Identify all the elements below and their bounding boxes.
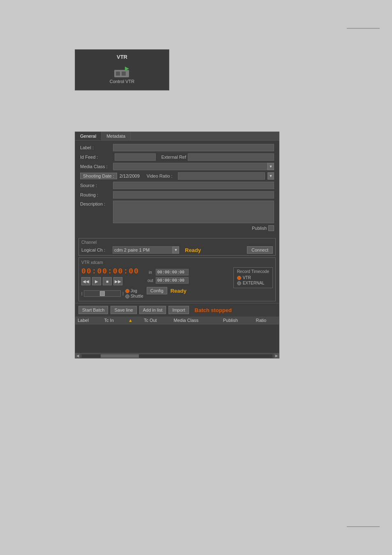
source-row: Source : xyxy=(80,182,274,189)
vtr-xdcam-section: VTR xdcam 00:00:00:00 ◀◀ ▶ ■ ▶▶ | | xyxy=(78,257,276,301)
main-panel: General Metadata Label : Id Feed : Exter… xyxy=(75,132,279,358)
shuttle-label: Shuttle xyxy=(131,294,143,298)
col-sort-arrow[interactable]: ▲ xyxy=(126,317,141,324)
vtr-timecode-display: 00:00:00:00 xyxy=(81,267,143,275)
out-timecode-input[interactable] xyxy=(156,277,189,284)
channel-ready-text: Ready xyxy=(185,247,201,253)
id-feed-input[interactable] xyxy=(115,153,156,161)
channel-section-title: Channel xyxy=(81,240,273,245)
col-media-class: Media Class xyxy=(171,317,221,324)
col-ratio: Ratio xyxy=(253,317,279,324)
play-button[interactable]: ▶ xyxy=(92,277,101,285)
scroll-left-arrow[interactable]: ◀ xyxy=(75,354,80,358)
channel-select-wrap: ▼ xyxy=(113,246,179,254)
vtr-left-controls: 00:00:00:00 ◀◀ ▶ ■ ▶▶ | | xyxy=(81,267,143,298)
jog-slider-row: | | Jog Shuttle xyxy=(81,289,143,298)
vtr-record-label: VTR xyxy=(243,275,251,280)
top-scrollbar xyxy=(347,28,380,29)
fast-forward-button[interactable]: ▶▶ xyxy=(113,277,122,285)
vtr-icon-panel: VTR Control VTR xyxy=(75,49,169,90)
jog-shuttle-col: Jog Shuttle xyxy=(125,289,143,298)
vtr-middle-controls: in out Config Ready xyxy=(147,267,189,294)
video-ratio-input[interactable] xyxy=(178,172,265,180)
vtr-record-radio[interactable] xyxy=(237,276,241,280)
vtr-ready-text: Ready xyxy=(171,288,187,294)
channel-select[interactable] xyxy=(113,246,173,254)
slider-right-tick: | xyxy=(122,291,123,296)
jog-radio[interactable] xyxy=(125,289,129,293)
label-field-label: Label : xyxy=(80,145,113,150)
publish-checkbox[interactable] xyxy=(268,225,274,231)
jog-slider-thumb xyxy=(100,291,105,296)
vtr-icon-wrap[interactable]: Control VTR xyxy=(110,64,135,84)
shooting-date-value: 2/12/2009 xyxy=(120,173,144,178)
id-feed-row: Id Feed : External Ref xyxy=(80,153,274,161)
media-class-input[interactable] xyxy=(113,163,267,170)
jog-slider-track[interactable] xyxy=(84,290,121,297)
media-class-row: Media Class : ▼ xyxy=(80,163,274,170)
vtr-icon-label[interactable]: Control VTR xyxy=(110,79,135,84)
external-ref-input[interactable] xyxy=(188,153,274,161)
bottom-scrollbar xyxy=(347,526,380,527)
media-class-dropdown-arrow[interactable]: ▼ xyxy=(267,163,274,170)
import-button[interactable]: Import xyxy=(168,306,189,314)
scroll-right-arrow[interactable]: ▶ xyxy=(274,354,279,358)
description-label: Description : xyxy=(80,201,113,206)
vtr-section-title: VTR xdcam xyxy=(81,260,273,265)
tab-bar: General Metadata xyxy=(75,132,279,141)
media-class-label: Media Class : xyxy=(80,164,113,169)
channel-dropdown-arrow[interactable]: ▼ xyxy=(173,246,179,254)
external-record-radio[interactable] xyxy=(237,281,241,285)
connect-button[interactable]: Connect xyxy=(247,246,273,254)
config-button[interactable]: Config xyxy=(147,287,167,294)
col-tc-in: Tc In xyxy=(102,317,126,324)
external-radio-row: EXTERNAL xyxy=(237,281,269,285)
shooting-date-button[interactable]: Shooting Date : xyxy=(80,173,117,179)
label-row: Label : xyxy=(80,144,274,151)
shuttle-radio-row: Shuttle xyxy=(125,294,143,298)
rewind-button[interactable]: ◀◀ xyxy=(81,277,90,285)
scroll-thumb[interactable] xyxy=(101,354,139,358)
label-input[interactable] xyxy=(113,144,274,151)
routing-label: Routing : xyxy=(80,192,113,197)
control-vtr-icon xyxy=(113,64,131,79)
table-row-empty xyxy=(75,324,279,353)
in-label: in xyxy=(147,270,154,275)
channel-section: Channel Logical Ch : ▼ Ready Connect xyxy=(78,238,276,256)
horizontal-scrollbar[interactable]: ◀ ▶ xyxy=(75,353,279,358)
add-in-list-button[interactable]: Add in list xyxy=(139,306,166,314)
batch-controls: Start Batch Save line Add in list Import… xyxy=(75,303,279,317)
out-label: out xyxy=(147,278,154,283)
in-row: in xyxy=(147,269,189,275)
inout-col: in out xyxy=(147,269,189,284)
batch-table: Label Tc In ▲ Tc Out Media Class Publish… xyxy=(75,317,279,353)
batch-table-body xyxy=(75,324,279,353)
video-ratio-label: Video Ratio : xyxy=(147,173,175,178)
source-input[interactable] xyxy=(113,182,274,189)
batch-table-container: Label Tc In ▲ Tc Out Media Class Publish… xyxy=(75,317,279,353)
video-ratio-dropdown-arrow[interactable]: ▼ xyxy=(267,172,274,180)
svg-rect-1 xyxy=(116,72,120,76)
vtr-main-row: 00:00:00:00 ◀◀ ▶ ■ ▶▶ | | xyxy=(81,267,273,298)
logical-ch-label: Logical Ch : xyxy=(81,247,110,252)
config-ready-row: Config Ready xyxy=(147,285,189,294)
tab-metadata[interactable]: Metadata xyxy=(101,132,131,140)
jog-radio-row: Jog xyxy=(125,289,143,293)
jog-label: Jog xyxy=(131,289,137,293)
source-label: Source : xyxy=(80,183,113,188)
in-timecode-input[interactable] xyxy=(156,269,189,275)
shuttle-radio[interactable] xyxy=(125,294,129,298)
start-batch-button[interactable]: Start Batch xyxy=(78,306,108,314)
tab-general[interactable]: General xyxy=(75,132,101,140)
save-line-button[interactable]: Save line xyxy=(111,306,136,314)
stop-button[interactable]: ■ xyxy=(103,277,112,285)
vtr-panel-title: VTR xyxy=(117,54,127,60)
col-label: Label xyxy=(75,317,102,324)
external-record-label: EXTERNAL xyxy=(243,281,265,285)
svg-rect-2 xyxy=(122,72,126,76)
slider-left-tick: | xyxy=(81,291,82,296)
description-textarea[interactable] xyxy=(113,201,274,223)
shooting-date-row: Shooting Date : 2/12/2009 Video Ratio : … xyxy=(80,172,274,180)
routing-input[interactable] xyxy=(113,191,274,199)
scroll-track[interactable] xyxy=(82,354,272,358)
